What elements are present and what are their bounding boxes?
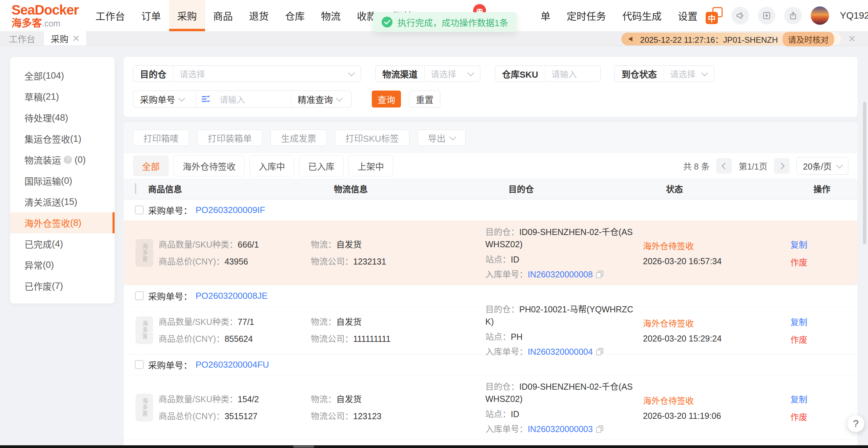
logistics-channel-select[interactable]: 物流渠道 请选择 <box>375 65 480 82</box>
search-button[interactable]: 查询 <box>372 91 401 108</box>
sidebar-item-pending[interactable]: 待处理(48) <box>10 107 115 128</box>
inbound-number-link[interactable]: IN260320000003 <box>528 424 593 434</box>
topbar-right-tools: 中 YQ192548 <box>706 6 868 25</box>
po-number-link[interactable]: PO2603200008JE <box>196 291 268 301</box>
menu-item-logistics[interactable]: 物流 <box>313 0 349 31</box>
next-page-button[interactable] <box>774 158 790 174</box>
arrival-status-select[interactable]: 到仓状态 请选择 <box>614 65 714 82</box>
notice-close-icon[interactable] <box>848 35 855 42</box>
generate-invoice-button[interactable]: 生成发票 <box>270 130 327 146</box>
header-status: 状态 <box>666 182 813 195</box>
copy-action-link[interactable]: 复制 <box>790 315 807 328</box>
po-number-link[interactable]: PO2603200009IF <box>196 205 265 215</box>
page-size-select[interactable]: 20条/页 <box>796 157 848 175</box>
username[interactable]: YQ192548 <box>840 10 868 21</box>
help-question-icon[interactable]: ? <box>64 156 72 164</box>
tab-workbench[interactable]: 工作台 <box>0 31 44 45</box>
sidebar-item-draft[interactable]: 草稿(21) <box>10 86 115 107</box>
sidebar-item-completed[interactable]: 已完成(4) <box>10 233 115 254</box>
status-badge: 海外仓待签收 <box>643 239 790 252</box>
batch-list-icon <box>201 94 210 104</box>
warehouse-sku-placeholder: 请输入 <box>545 67 600 80</box>
sidebar-item-voided[interactable]: 已作废(7) <box>10 275 115 296</box>
sidebar-item-international-transport[interactable]: 国际运输(0) <box>10 170 115 191</box>
tab-close-icon[interactable] <box>73 35 79 42</box>
sidebar-item-logistics-shipment[interactable]: 物流装运?(0) <box>10 149 115 170</box>
print-box-mark-button[interactable]: 打印箱唛 <box>133 130 189 146</box>
po-number-type-select[interactable]: 采购单号 <box>133 91 196 107</box>
sidebar-item-customs-delivery[interactable]: 清关派送(15) <box>10 191 115 212</box>
select-all-checkbox[interactable] <box>135 183 136 194</box>
pagination-page: 第1/1页 <box>739 160 767 172</box>
logistics-value: 自发货 <box>336 240 362 249</box>
sidebar-item-abnormal[interactable]: 异常(0) <box>10 254 115 275</box>
status-tab-shelving[interactable]: 上架中 <box>348 155 393 176</box>
row-checkbox[interactable] <box>135 360 144 369</box>
product-thumbnail: 海多客 <box>136 239 153 267</box>
help-floating-button[interactable]: ? <box>847 415 864 432</box>
reset-button[interactable]: 重置 <box>409 91 440 108</box>
export-share-button[interactable] <box>784 7 802 24</box>
sidebar-item-all[interactable]: 全部(104) <box>10 65 115 86</box>
po-number-link[interactable]: PO2603200004FU <box>196 359 269 370</box>
po-number-keyword-input[interactable]: 请输入 <box>196 91 291 107</box>
brand-logo[interactable]: SeaDocker 海多客.com <box>12 3 79 28</box>
menu-item-code-generation[interactable]: 代码生成 <box>614 0 670 31</box>
copy-action-link[interactable]: 复制 <box>790 393 807 405</box>
notice-action-badge[interactable]: 请及时核对 <box>783 32 834 46</box>
copy-icon[interactable] <box>596 271 604 279</box>
site-value: ID <box>511 409 519 419</box>
menu-item-warehouse[interactable]: 仓库 <box>277 0 313 31</box>
status-tab-overseas-pending[interactable]: 海外仓待签收 <box>174 155 245 176</box>
menu-item-orders[interactable]: 订单 <box>133 0 169 31</box>
print-packing-list-button[interactable]: 打印装箱单 <box>197 130 262 146</box>
sidebar-item-overseas-signed[interactable]: 海外仓签收(8) <box>10 212 115 233</box>
void-action-link[interactable]: 作废 <box>790 410 807 423</box>
prev-page-button[interactable] <box>716 158 732 174</box>
user-avatar[interactable] <box>811 6 829 25</box>
print-sku-label-button[interactable]: 打印SKU标签 <box>335 130 409 146</box>
status-tab-inbounded[interactable]: 已入库 <box>299 155 344 176</box>
qty-sku-value: 77/1 <box>238 317 254 327</box>
void-action-link[interactable]: 作废 <box>790 333 807 345</box>
void-action-link[interactable]: 作废 <box>790 256 807 268</box>
table-header: 商品信息 物流信息 目的仓 状态 操作 <box>124 178 857 199</box>
tab-purchase-active[interactable]: 采购 <box>44 31 86 45</box>
system-notice-pill[interactable]: 2025-12-22 11:27:16：JP01-SHENZH 请及时核对 <box>621 33 841 45</box>
menu-item-returns[interactable]: 退货 <box>241 0 277 31</box>
copy-icon[interactable] <box>596 348 604 356</box>
row-checkbox[interactable] <box>135 206 144 214</box>
export-button[interactable]: 导出 <box>418 130 466 146</box>
pagination: 共 8 条 第1/1页 20条/页 <box>683 157 848 175</box>
menu-item-workbench[interactable]: 工作台 <box>87 0 133 31</box>
vertical-scrollbar-thumb[interactable] <box>863 102 866 244</box>
menu-item-partially-hidden[interactable]: 单 <box>532 0 559 31</box>
query-mode-select[interactable]: 精准查询 <box>291 91 351 107</box>
total-price-value: 855624 <box>224 334 253 344</box>
po-number-search-combo: 采购单号 请输入 精准查询 <box>133 91 351 108</box>
destination-warehouse-select[interactable]: 目的仓 请选择 <box>133 65 361 82</box>
warehouse-sku-input[interactable]: 仓库SKU 请输入 <box>495 65 601 82</box>
announcement-button[interactable] <box>731 7 749 24</box>
tab-purchase-label: 采购 <box>51 32 68 45</box>
horizontal-scrollbar-thumb[interactable] <box>293 446 314 448</box>
copy-icon[interactable] <box>596 425 604 433</box>
thumbnail-watermark: 海多客 <box>140 320 149 340</box>
menu-item-products[interactable]: 商品 <box>205 0 241 31</box>
status-tab-inbounding[interactable]: 入库中 <box>249 155 294 176</box>
header-logistics-info: 物流信息 <box>334 182 508 195</box>
status-tab-all[interactable]: 全部 <box>133 155 169 176</box>
toast-message: 执行完成，成功操作数据1条 <box>398 16 508 28</box>
destination-warehouse-placeholder: 请选择 <box>174 67 345 80</box>
inbound-number-link[interactable]: IN260320000008 <box>528 270 593 279</box>
import-button[interactable] <box>758 7 775 24</box>
inbound-number-link[interactable]: IN260320000004 <box>528 347 593 356</box>
row-checkbox[interactable] <box>135 291 144 300</box>
menu-item-scheduled-tasks[interactable]: 定时任务 <box>559 0 614 31</box>
menu-item-purchase[interactable]: 采购 <box>169 0 205 31</box>
copy-action-link[interactable]: 复制 <box>790 238 807 250</box>
sidebar-item-consolidation-signed[interactable]: 集运仓签收(1) <box>10 128 115 149</box>
language-switch-button[interactable]: 中 <box>706 7 723 24</box>
site-value: PH <box>511 332 523 342</box>
menu-item-settings[interactable]: 设置 <box>670 0 706 31</box>
